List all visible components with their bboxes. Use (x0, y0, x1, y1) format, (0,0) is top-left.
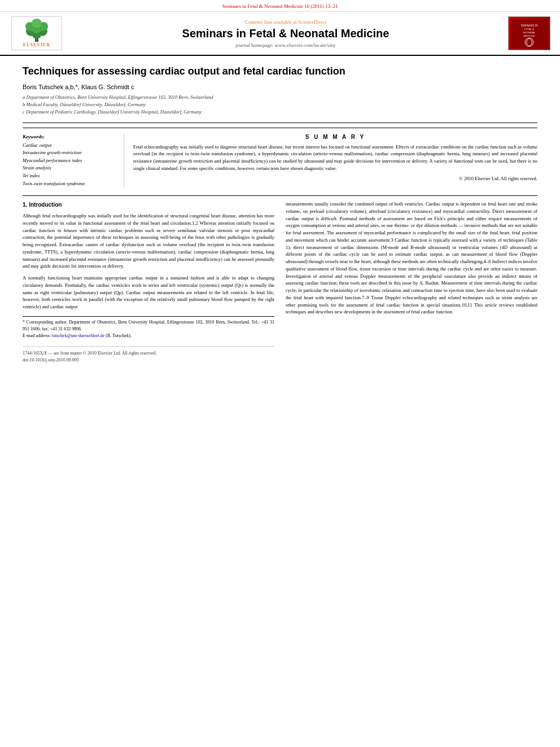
footer-bar: 1744-165X/$ — see front matter © 2010 El… (23, 346, 274, 364)
keyword-5: Tei index (23, 172, 115, 180)
section-title-text: Introduction (29, 202, 62, 208)
email-suffix: (B. Tutschek). (106, 333, 132, 338)
corresponding-author-note: * Corresponding author. Department of Ob… (23, 319, 274, 333)
elsevier-text: ELSEVIER (23, 42, 50, 47)
affiliations: a Department of Obstetrics, Bern Univers… (23, 94, 537, 115)
keyword-3: Myocardial performance index (23, 157, 115, 165)
journal-title: Seminars in Fetal & Neonatal Medicine (73, 27, 498, 40)
elsevier-tree-icon (20, 19, 54, 42)
elsevier-logo-box: ELSEVIER (11, 16, 62, 50)
elsevier-logo-left: ELSEVIER (6, 16, 68, 50)
author-names: Boris Tutschek a,b,*, Klaus G. Schmidt c (23, 84, 134, 90)
keywords-column: Keywords: Cardiac output Intrauterine gr… (23, 134, 124, 188)
fetal-neonatal-cover-icon: SEMINARS IN FETAL & NEONATAL MEDICINE (511, 18, 548, 49)
article-title: Techniques for assessing cardiac output … (23, 65, 537, 78)
section-number: 1. (23, 202, 27, 208)
fetal-neonatal-logo: SEMINARS IN FETAL & NEONATAL MEDICINE (508, 16, 550, 50)
sciencedirect-link: Contents lists available at ScienceDirec… (73, 19, 498, 25)
keywords-list: Cardiac output Intrauterine growth restr… (23, 142, 115, 188)
email-note: E-mail address: tutschek@uni-duesseldorf… (23, 333, 274, 339)
summary-section: Keywords: Cardiac output Intrauterine gr… (23, 128, 537, 188)
journal-header: ELSEVIER Contents lists available at Sci… (0, 12, 560, 56)
main-content: 1. Introduction Although fetal echocardi… (23, 200, 537, 364)
footer-issn: 1744-165X/$ — see front matter © 2010 El… (23, 350, 274, 357)
svg-text:MEDICINE: MEDICINE (523, 34, 535, 37)
keyword-1: Cardiac output (23, 142, 115, 150)
svg-point-7 (32, 19, 42, 28)
intro-para-1: Although fetal echocardiography was init… (23, 212, 274, 270)
article-body: Techniques for assessing cardiac output … (0, 56, 560, 375)
left-column: 1. Introduction Although fetal echocardi… (23, 200, 274, 364)
summary-text: Fetal echocardiography was initially use… (133, 143, 537, 172)
keyword-4: Strain analysis (23, 164, 115, 172)
footer-doi: doi:10.1016/j.siny.2010.09.005 (23, 357, 274, 364)
journal-citation-bar: Seminars in Fetal & Neonatal Medicine 16… (0, 0, 560, 12)
keyword-2: Intrauterine growth restriction (23, 149, 115, 157)
email-address[interactable]: tutschek@uni-duesseldorf.de (52, 333, 104, 338)
footnote-section: * Corresponding author. Department of Ob… (23, 316, 274, 339)
affiliation-a: a Department of Obstetrics, Bern Univers… (23, 94, 537, 101)
keywords-title: Keywords: (23, 134, 115, 139)
right-para-1: measurements usually consider the combin… (286, 200, 537, 316)
affiliation-b: b Medical Faculty, Düsseldorf University… (23, 101, 537, 108)
intro-heading: 1. Introduction (23, 200, 274, 209)
svg-text:FETAL &: FETAL & (524, 28, 534, 30)
affiliation-c: c Department of Pediatric Cardiology, Dü… (23, 108, 537, 116)
keyword-6: Twin–twin transfusion syndrome (23, 180, 115, 188)
journal-logo-right: SEMINARS IN FETAL & NEONATAL MEDICINE (504, 16, 554, 50)
summary-column: S U M M A R Y Fetal echocardiography was… (124, 134, 537, 188)
email-label: E-mail address: (23, 333, 51, 338)
intro-para-2: A normally functioning heart maintains a… (23, 274, 274, 311)
right-column: measurements usually consider the combin… (286, 200, 537, 364)
divider (23, 123, 537, 123)
divider-2 (23, 195, 537, 196)
journal-center: Contents lists available at ScienceDirec… (68, 19, 504, 48)
journal-homepage: journal homepage: www.elsevier.com/locat… (73, 42, 498, 48)
svg-text:SEMINARS IN: SEMINARS IN (520, 24, 537, 27)
authors: Boris Tutschek a,b,*, Klaus G. Schmidt c (23, 84, 537, 90)
copyright-text: © 2010 Elsevier Ltd. All rights reserved… (133, 176, 537, 181)
page: Seminars in Fetal & Neonatal Medicine 16… (0, 0, 560, 747)
svg-text:NEONATAL: NEONATAL (523, 31, 535, 34)
summary-title: S U M M A R Y (133, 134, 537, 140)
journal-citation-text: Seminars in Fetal & Neonatal Medicine 16… (222, 3, 338, 9)
